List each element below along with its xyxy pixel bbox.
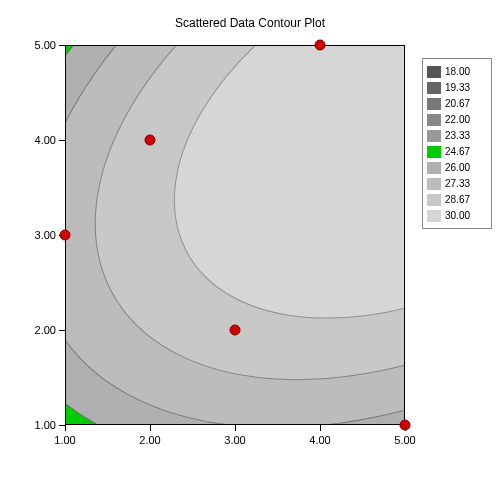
y-tick-mark (59, 140, 65, 141)
legend-swatch (427, 130, 441, 142)
legend-item: 24.67 (427, 144, 487, 159)
legend-item: 28.67 (427, 192, 487, 207)
legend-item: 26.00 (427, 160, 487, 175)
chart-title: Scattered Data Contour Plot (0, 16, 500, 30)
legend-item: 27.33 (427, 176, 487, 191)
legend-label: 20.67 (445, 98, 470, 109)
scatter-point (230, 325, 241, 336)
legend-label: 23.33 (445, 130, 470, 141)
x-tick-label: 4.00 (309, 434, 330, 446)
y-tick-label: 1.00 (16, 419, 56, 431)
scatter-point (145, 135, 156, 146)
x-tick-label: 2.00 (139, 434, 160, 446)
y-tick-label: 5.00 (16, 39, 56, 51)
legend-item: 23.33 (427, 128, 487, 143)
legend-label: 26.00 (445, 162, 470, 173)
x-tick-label: 5.00 (394, 434, 415, 446)
x-tick-mark (65, 425, 66, 431)
y-tick-label: 2.00 (16, 324, 56, 336)
legend-item: 22.00 (427, 112, 487, 127)
legend-item: 30.00 (427, 208, 487, 223)
x-tick-mark (235, 425, 236, 431)
x-tick-mark (405, 425, 406, 431)
legend-label: 27.33 (445, 178, 470, 189)
legend-label: 19.33 (445, 82, 470, 93)
legend-swatch (427, 98, 441, 110)
x-tick-mark (150, 425, 151, 431)
legend-swatch (427, 194, 441, 206)
legend-swatch (427, 114, 441, 126)
legend-swatch (427, 210, 441, 222)
legend-label: 18.00 (445, 66, 470, 77)
x-tick-label: 3.00 (224, 434, 245, 446)
legend-label: 28.67 (445, 194, 470, 205)
legend-label: 24.67 (445, 146, 470, 157)
legend-swatch (427, 82, 441, 94)
legend-swatch (427, 66, 441, 78)
plot-area (65, 45, 405, 425)
legend-label: 30.00 (445, 210, 470, 221)
y-tick-mark (59, 425, 65, 426)
y-tick-mark (59, 45, 65, 46)
legend-item: 18.00 (427, 64, 487, 79)
legend-swatch (427, 162, 441, 174)
legend: 18.00 19.33 20.67 22.00 23.33 24.67 26.0… (422, 58, 492, 229)
y-tick-label: 4.00 (16, 134, 56, 146)
y-tick-mark (59, 235, 65, 236)
y-tick-mark (59, 330, 65, 331)
scatter-point (315, 40, 326, 51)
legend-swatch (427, 146, 441, 158)
legend-item: 20.67 (427, 96, 487, 111)
y-tick-label: 3.00 (16, 229, 56, 241)
x-tick-label: 1.00 (54, 434, 75, 446)
legend-label: 22.00 (445, 114, 470, 125)
legend-item: 19.33 (427, 80, 487, 95)
x-tick-mark (320, 425, 321, 431)
legend-swatch (427, 178, 441, 190)
